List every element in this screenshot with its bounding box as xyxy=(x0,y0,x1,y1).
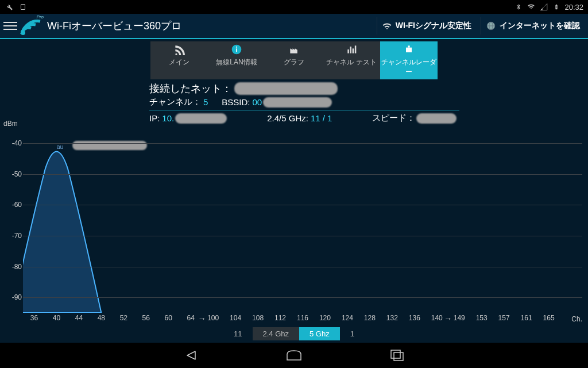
grid-line xyxy=(23,174,582,175)
globe-icon xyxy=(486,21,496,31)
x-tick: 136 xyxy=(409,314,420,322)
tab-channel-radar[interactable]: チャンネルレーダー xyxy=(380,41,438,79)
speed-value-redacted xyxy=(416,113,457,124)
x-tick: 36 xyxy=(30,314,38,322)
band-11-button[interactable]: 11 xyxy=(223,327,252,340)
info-icon xyxy=(208,43,265,56)
tab-channel-test[interactable]: チャネル テスト xyxy=(323,41,380,79)
x-break-arrow: → xyxy=(198,314,206,323)
connection-info: 接続したネット： チャンネル： 5 BSSID: 00 IP: 10. 2.4/… xyxy=(149,82,459,124)
recent-apps-button[interactable] xyxy=(386,347,409,364)
grid-line xyxy=(23,297,582,298)
svg-rect-10 xyxy=(353,48,354,53)
tab-graph[interactable]: グラフ xyxy=(265,41,323,79)
svg-rect-15 xyxy=(394,352,403,361)
battery-icon xyxy=(552,2,561,12)
series-label-redacted xyxy=(72,141,147,150)
x-tick: 161 xyxy=(521,314,532,322)
x-tick: 157 xyxy=(498,314,510,322)
tab-graph-label: グラフ xyxy=(284,58,304,66)
tab-channel-test-label: チャネル テスト xyxy=(326,58,376,66)
y-tick: -60 xyxy=(12,201,22,209)
svg-point-1 xyxy=(21,30,25,35)
svg-rect-8 xyxy=(347,49,349,53)
bssid-prefix: 00 xyxy=(253,97,262,107)
bars-icon xyxy=(323,43,380,56)
signal-stability-label: WI-FIシグナル安定性 xyxy=(396,21,471,31)
wifi-icon xyxy=(527,2,536,12)
menu-button[interactable] xyxy=(3,19,17,33)
sd-card-icon xyxy=(18,2,28,12)
app-title: Wi-Fiオーバービュー360プロ xyxy=(47,19,181,33)
x-tick: 120 xyxy=(319,314,331,322)
grid-line xyxy=(23,236,582,236)
factory-icon xyxy=(265,43,323,56)
x-tick: 128 xyxy=(364,314,376,322)
x-break-arrow: → xyxy=(444,314,452,323)
check-internet-button[interactable]: インターネットを確認 xyxy=(481,17,585,34)
y-tick: -40 xyxy=(12,139,22,147)
band-value: 11 / 1 xyxy=(311,113,332,123)
svg-rect-6 xyxy=(236,48,237,52)
svg-rect-12 xyxy=(406,48,412,52)
status-time: 20:32 xyxy=(564,3,583,12)
x-tick: 124 xyxy=(342,314,353,322)
connected-net-value-redacted xyxy=(234,82,338,95)
x-tick: 100 xyxy=(207,314,219,322)
back-button[interactable] xyxy=(179,347,202,364)
band-label: 2.4/5 GHz: xyxy=(267,113,308,123)
x-tick: 64 xyxy=(187,314,195,322)
speed-label: スピード： xyxy=(372,113,415,124)
bluetooth-icon xyxy=(514,2,523,12)
android-nav-bar xyxy=(0,343,588,368)
tab-bar: メイン 無線LAN情報 グラフ チャネル テスト チャンネルレーダー xyxy=(0,41,588,79)
x-axis: 3640444852566064100104108112116120124128… xyxy=(23,314,582,324)
ip-value-redacted xyxy=(175,113,227,124)
x-tick: 44 xyxy=(75,314,83,322)
bssid-value-redacted xyxy=(263,97,332,108)
channel-radar-chart: dBm -40-50-60-70-80-90 au 36404448525660… xyxy=(0,128,588,324)
x-tick: 48 xyxy=(98,314,105,322)
y-axis: -40-50-60-70-80-90 xyxy=(3,128,23,313)
svg-rect-11 xyxy=(355,45,357,53)
band-5ghz-button[interactable]: 5 Ghz xyxy=(299,327,340,340)
radar-icon xyxy=(380,43,438,56)
band-24ghz-button[interactable]: 2.4 Ghz xyxy=(253,327,300,340)
svg-rect-14 xyxy=(391,350,400,358)
tab-main[interactable]: メイン xyxy=(150,41,208,79)
x-tick: 104 xyxy=(230,314,241,322)
app-logo: Pro xyxy=(20,16,42,36)
x-tick: 56 xyxy=(142,314,150,322)
connected-net-label: 接続したネット： xyxy=(149,82,232,95)
channel-label: チャンネル： xyxy=(149,97,201,108)
x-tick: 140 xyxy=(431,314,443,322)
band-selector: 11 2.4 Ghz 5 Ghz 1 xyxy=(0,325,588,342)
x-tick: 116 xyxy=(297,314,308,322)
signal-stability-button[interactable]: WI-FIシグナル安定性 xyxy=(377,17,476,34)
svg-rect-0 xyxy=(21,5,25,10)
y-tick: -70 xyxy=(12,232,22,240)
channel-value: 5 xyxy=(203,97,208,107)
home-button[interactable] xyxy=(283,347,305,364)
signal-icon xyxy=(539,2,548,12)
grid-line xyxy=(23,267,582,267)
wifi-icon xyxy=(382,21,392,31)
x-axis-unit: Ch. xyxy=(571,315,582,323)
tab-wlan-info[interactable]: 無線LAN情報 xyxy=(208,41,265,79)
ip-prefix: 10. xyxy=(162,113,174,123)
grid-line xyxy=(23,143,582,144)
y-axis-unit: dBm xyxy=(3,120,18,128)
band-1-button[interactable]: 1 xyxy=(340,327,365,340)
tab-wlan-info-label: 無線LAN情報 xyxy=(216,58,257,66)
x-tick: 112 xyxy=(274,314,286,322)
x-tick: 132 xyxy=(386,314,398,322)
wrench-icon xyxy=(5,2,14,12)
x-tick: 149 xyxy=(454,314,465,322)
bssid-label: BSSID: xyxy=(222,97,250,107)
info-divider xyxy=(149,110,459,110)
x-tick: 153 xyxy=(476,314,488,322)
y-tick: -80 xyxy=(12,263,22,271)
svg-point-7 xyxy=(236,47,237,48)
rss-icon xyxy=(150,43,208,56)
app-header: Pro Wi-Fiオーバービュー360プロ WI-FIシグナル安定性 インターネ… xyxy=(0,14,588,39)
